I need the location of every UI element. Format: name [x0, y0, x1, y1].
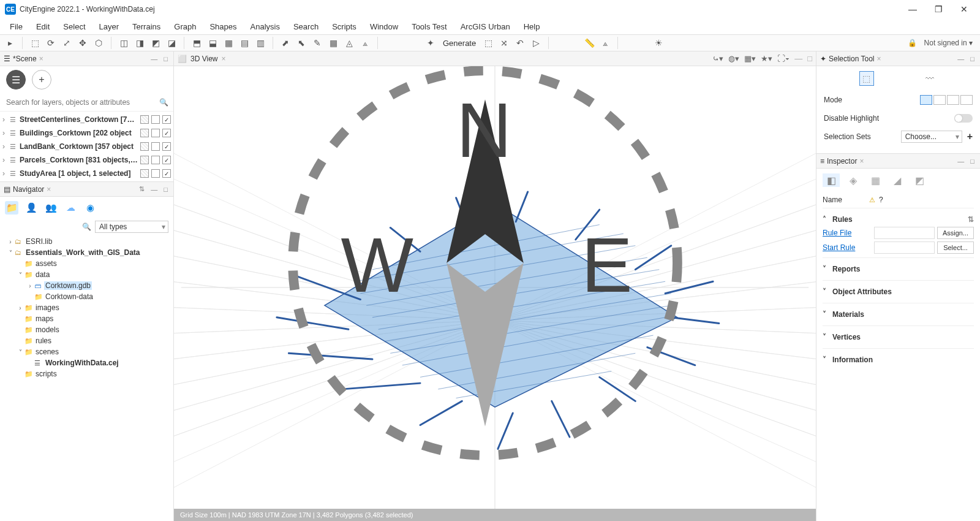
signin-status[interactable]: Not signed in ▾ — [921, 39, 976, 47]
add-set-button[interactable]: + — [967, 131, 973, 142]
search-icon[interactable]: 🔍 — [159, 98, 168, 107]
section-header[interactable]: Materials — [832, 310, 864, 319]
selection-tool-tab[interactable]: Selection Tool — [829, 55, 875, 63]
shape-view-icon[interactable]: ◧ — [823, 173, 840, 187]
layer-name[interactable]: StudyArea [1 object, 1 selected] — [20, 169, 138, 178]
tool-icon[interactable]: ⬚ — [482, 37, 494, 49]
color-swatch[interactable] — [140, 169, 149, 178]
lock-checkbox[interactable] — [162, 156, 171, 164]
mode-new-button[interactable] — [920, 95, 932, 105]
tree-row[interactable]: › 🗂 ESRI.lib — [2, 236, 171, 247]
tool-icon[interactable]: ▷ — [530, 37, 542, 49]
terrain-view-icon[interactable]: ◢ — [889, 173, 906, 187]
tool-icon[interactable]: ◪ — [165, 37, 178, 49]
cloud-icon[interactable]: ☁ — [64, 201, 77, 215]
maximize-icon[interactable]: ❐ — [931, 4, 946, 14]
tree-row[interactable]: ˅ 📁 scenes — [2, 346, 171, 357]
visibility-checkbox[interactable] — [151, 169, 160, 178]
minimize-panel-icon[interactable]: — — [956, 158, 966, 165]
menu-window[interactable]: Window — [364, 21, 404, 32]
maximize-panel-icon[interactable]: □ — [968, 158, 976, 165]
chevron-down-icon[interactable]: ˅ — [823, 356, 830, 364]
inspector-tab[interactable]: Inspector — [827, 157, 857, 165]
panel-max-icon[interactable]: □ — [807, 54, 812, 63]
menu-search[interactable]: Search — [287, 21, 325, 32]
tool-icon[interactable]: ◨ — [134, 37, 146, 49]
mode-int-button[interactable] — [960, 95, 973, 105]
scene-tab[interactable]: *Scene — [13, 55, 37, 63]
menu-tools-test[interactable]: Tools Test — [405, 21, 453, 32]
view-tool-icon[interactable]: ⤿▾ — [712, 54, 723, 63]
menu-shapes[interactable]: Shapes — [203, 21, 243, 32]
tool-icon[interactable]: ⬡ — [92, 37, 105, 49]
close-tab-icon[interactable]: × — [39, 55, 43, 63]
view-tool-icon[interactable]: ▦▾ — [744, 54, 756, 63]
close-icon[interactable]: ✕ — [957, 4, 971, 14]
user-icon[interactable]: 👤 — [24, 201, 38, 215]
expand-icon[interactable]: › — [2, 156, 9, 164]
tool-icon[interactable]: ⬈ — [279, 37, 292, 49]
menu-help[interactable]: Help — [518, 21, 546, 32]
tool-icon[interactable]: ▦ — [222, 37, 235, 49]
menu-file[interactable]: File — [4, 21, 29, 32]
tool-icon[interactable]: ⬒ — [190, 37, 203, 49]
type-filter-dropdown[interactable]: All types — [95, 221, 168, 233]
link-icon[interactable]: ⇅ — [968, 215, 974, 224]
tool-icon[interactable]: ◩ — [149, 37, 162, 49]
tree-row[interactable]: › 🗃 Corktown.gdb — [2, 280, 171, 291]
tool-icon[interactable]: ▥ — [254, 37, 266, 49]
section-header[interactable]: Reports — [832, 265, 860, 273]
visibility-checkbox[interactable] — [151, 115, 160, 124]
visibility-checkbox[interactable] — [151, 129, 160, 137]
expand-icon[interactable]: ˅ — [17, 349, 23, 356]
expand-icon[interactable]: › — [17, 305, 23, 311]
maximize-panel-icon[interactable]: □ — [162, 186, 170, 193]
tree-row[interactable]: 📁 assets — [2, 258, 171, 269]
close-tab-icon[interactable]: × — [859, 157, 864, 165]
group-icon[interactable]: 👥 — [44, 201, 58, 215]
tree-row[interactable]: ˅ 🗂 Essentials_Work_with_GIS_Data — [2, 247, 171, 258]
navigator-tab[interactable]: Navigator — [13, 185, 44, 194]
tree-row[interactable]: 📁 models — [2, 324, 171, 335]
expand-icon[interactable]: ˅ — [17, 272, 23, 278]
tool-icon[interactable]: ⬉ — [295, 37, 307, 49]
close-tab-icon[interactable]: × — [877, 55, 881, 63]
minimize-panel-icon[interactable]: — — [149, 186, 159, 193]
minimize-panel-icon[interactable]: — — [956, 55, 966, 63]
menu-graph[interactable]: Graph — [168, 21, 202, 32]
tool-icon[interactable]: ⟁ — [359, 37, 371, 49]
menu-layer[interactable]: Layer — [93, 21, 126, 32]
tool-icon[interactable]: ⤢ — [61, 37, 73, 49]
tree-row[interactable]: ☰ WorkingWithData.cej — [2, 357, 171, 368]
view-tool-icon[interactable]: ★▾ — [761, 54, 772, 63]
rectangle-select-icon[interactable]: ⬚ — [859, 71, 874, 86]
chevron-down-icon[interactable]: ˅ — [823, 265, 830, 273]
menu-scripts[interactable]: Scripts — [326, 21, 363, 32]
minimize-icon[interactable]: — — [905, 4, 920, 14]
color-swatch[interactable] — [140, 115, 149, 124]
color-swatch[interactable] — [140, 129, 149, 137]
color-swatch[interactable] — [140, 142, 149, 151]
layer-name[interactable]: StreetCenterlines_Corktown [78… — [20, 115, 138, 124]
model-view-icon[interactable]: ◈ — [845, 173, 862, 187]
menu-arcgis-urban[interactable]: ArcGIS Urban — [454, 21, 516, 32]
lock-checkbox[interactable] — [162, 169, 171, 178]
chevron-down-icon[interactable]: ˅ — [823, 310, 830, 319]
tool-icon[interactable]: ⬓ — [206, 37, 219, 49]
menu-select[interactable]: Select — [57, 21, 91, 32]
mode-sub-button[interactable] — [947, 95, 959, 105]
sun-icon[interactable]: ☀ — [652, 37, 665, 49]
tree-row[interactable]: 📁 rules — [2, 335, 171, 346]
layer-view-icon[interactable]: ◩ — [911, 173, 928, 187]
expand-icon[interactable]: › — [2, 169, 9, 178]
tree-row[interactable]: › 📁 images — [2, 302, 171, 313]
chevron-up-icon[interactable]: ˄ — [823, 215, 830, 224]
selection-sets-dropdown[interactable]: Choose... — [901, 131, 962, 143]
chevron-down-icon[interactable]: ˅ — [823, 287, 830, 296]
close-tab-icon[interactable]: × — [47, 185, 51, 194]
rule-file-input[interactable] — [874, 227, 935, 239]
panel-min-icon[interactable]: — — [794, 54, 802, 63]
color-swatch[interactable] — [140, 156, 149, 164]
tool-icon[interactable]: ⤨ — [498, 37, 510, 49]
select-button[interactable]: Select... — [937, 241, 974, 254]
